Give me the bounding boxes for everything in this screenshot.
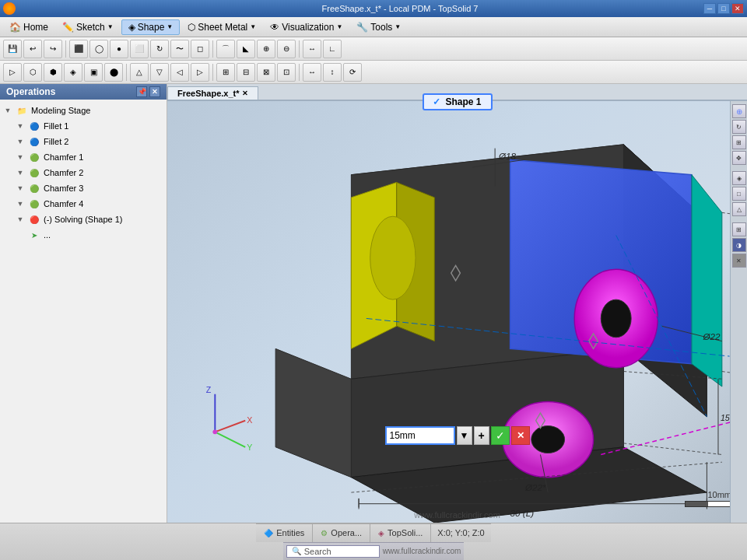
tree-item-label: ... bbox=[44, 230, 51, 240]
menu-sheetmetal[interactable]: ⬡ Sheet Metal ▼ bbox=[181, 20, 262, 34]
tb2-btn4[interactable]: ◈ bbox=[64, 63, 82, 82]
solving-icon: 🔴 bbox=[28, 213, 40, 226]
right-toolbar: ⊕ ↻ ⊞ ✥ ◈ □ △ ⊞ ◑ ✕ bbox=[730, 101, 747, 523]
svg-point-13 bbox=[601, 299, 631, 338]
folder-icon: 📁 bbox=[16, 104, 28, 117]
tree-item-label: Fillet 1 bbox=[44, 121, 68, 131]
rt-iso-button[interactable]: ◈ bbox=[732, 171, 746, 185]
tb2-btn8[interactable]: ▽ bbox=[150, 63, 169, 82]
tb2-btn9[interactable]: ◁ bbox=[170, 63, 189, 82]
tb2-btn2[interactable]: ⬡ bbox=[23, 63, 42, 82]
operations-title: Operations bbox=[6, 86, 55, 97]
operations-label: Opera... bbox=[331, 528, 362, 537]
status-center-text: www.fullcrackindir.com bbox=[383, 547, 461, 555]
tb2-btn13[interactable]: ⊠ bbox=[257, 63, 275, 82]
dimension-ok-button[interactable]: ✓ bbox=[491, 426, 510, 445]
tree-chamfer3[interactable]: ▼ 🟢 Chamfer 3 bbox=[0, 180, 167, 196]
tree-expander: ▼ bbox=[16, 152, 25, 162]
menu-shape[interactable]: ◈ Shape ▼ bbox=[121, 19, 181, 35]
bool-sub-button[interactable]: ⊖ bbox=[277, 40, 296, 58]
ops-pin-button[interactable]: 📌 bbox=[136, 86, 147, 97]
revolve-button[interactable]: ↻ bbox=[150, 40, 169, 58]
svg-text:Ø22: Ø22 bbox=[703, 331, 721, 341]
constraint-button[interactable]: ∟ bbox=[323, 40, 342, 58]
shell-button[interactable]: ◻ bbox=[191, 40, 209, 58]
tree-modeling-stage[interactable]: ▼ 📁 Modeling Stage bbox=[0, 103, 167, 118]
dimension-cancel-button[interactable]: ✕ bbox=[511, 426, 530, 445]
fillet-button[interactable]: ⌒ bbox=[216, 40, 235, 58]
extrude-button[interactable]: ⬜ bbox=[130, 40, 149, 58]
sphere-button[interactable]: ● bbox=[110, 40, 128, 58]
ops-close-button[interactable]: ✕ bbox=[149, 86, 160, 97]
tree-item-label: (-) Solving (Shape 1) bbox=[44, 215, 123, 224]
statusbar-operations-tab[interactable]: ⚙ Opera... bbox=[313, 524, 370, 542]
box-button[interactable]: ⬛ bbox=[69, 40, 88, 58]
bool-add-button[interactable]: ⊕ bbox=[257, 40, 275, 58]
redo-button[interactable]: ↪ bbox=[44, 40, 62, 58]
rt-top-button[interactable]: △ bbox=[732, 202, 746, 216]
tree-expander: ▼ bbox=[16, 215, 25, 224]
rt-orbit-button[interactable]: ↻ bbox=[732, 120, 746, 134]
tb2-btn17[interactable]: ⟳ bbox=[343, 63, 362, 82]
tb2-btn11[interactable]: ⊞ bbox=[216, 63, 235, 82]
tree-fillet2[interactable]: ▼ 🔵 Fillet 2 bbox=[0, 134, 167, 149]
maximize-button[interactable]: □ bbox=[717, 3, 730, 14]
operations-header: Operations 📌 ✕ bbox=[0, 84, 167, 100]
tree-chamfer1[interactable]: ▼ 🟢 Chamfer 1 bbox=[0, 149, 167, 165]
dimension-plus[interactable]: + bbox=[474, 426, 489, 445]
tree-chamfer2[interactable]: ▼ 🟢 Chamfer 2 bbox=[0, 165, 167, 180]
chamfer-button[interactable]: ◣ bbox=[237, 40, 255, 58]
minimize-button[interactable]: ─ bbox=[703, 3, 716, 14]
close-button[interactable]: ✕ bbox=[731, 3, 744, 14]
tb2-btn7[interactable]: △ bbox=[130, 63, 149, 82]
chamfer-icon: 🟢 bbox=[28, 166, 40, 179]
dimension-button[interactable]: ↔ bbox=[303, 40, 321, 58]
rt-nav-button[interactable]: ⊕ bbox=[732, 104, 746, 118]
input-dialog: ▼ + ✓ ✕ bbox=[385, 426, 530, 445]
dimension-input[interactable] bbox=[385, 426, 455, 445]
svg-line-47 bbox=[215, 432, 245, 446]
dimension-dropdown[interactable]: ▼ bbox=[457, 426, 472, 445]
3d-model: Ø18 Ø22 Ø22* 35 15 (L/2) bbox=[167, 84, 747, 523]
rt-pan-button[interactable]: ✥ bbox=[732, 151, 746, 165]
tree-solving[interactable]: ▼ 🔴 (-) Solving (Shape 1) bbox=[0, 212, 167, 227]
svg-text:Z: Z bbox=[206, 385, 212, 394]
svg-text:Y: Y bbox=[247, 443, 252, 452]
menu-visualization[interactable]: 👁 Visualization ▼ bbox=[264, 20, 349, 34]
rt-zoom-button[interactable]: ⊞ bbox=[732, 135, 746, 149]
tree-chamfer4[interactable]: ▼ 🟢 Chamfer 4 bbox=[0, 196, 167, 212]
tb2-btn5[interactable]: ▣ bbox=[84, 63, 103, 82]
tb2-btn3[interactable]: ⬢ bbox=[44, 63, 62, 82]
search-bar[interactable]: 🔍 Search bbox=[286, 545, 380, 558]
tb2-btn1[interactable]: ▷ bbox=[3, 63, 22, 82]
rt-front-button[interactable]: □ bbox=[732, 187, 746, 201]
rt-grid-button[interactable]: ⊞ bbox=[732, 222, 746, 236]
viewport[interactable]: FreeShape.x_t* ✕ ✓ Shape 1 bbox=[167, 84, 747, 523]
statusbar-topsolid-tab[interactable]: ◈ TopSoli... bbox=[370, 524, 431, 542]
save-button[interactable]: 💾 bbox=[3, 40, 22, 58]
tree-fillet1[interactable]: ▼ 🔵 Fillet 1 bbox=[0, 118, 167, 134]
menu-tools[interactable]: 🔧 Tools ▼ bbox=[350, 20, 407, 34]
tb2-btn10[interactable]: ▷ bbox=[191, 63, 209, 82]
svg-marker-5 bbox=[275, 348, 351, 477]
tb2-btn12[interactable]: ⊟ bbox=[237, 63, 255, 82]
tb2-btn14[interactable]: ⊡ bbox=[277, 63, 296, 82]
coordinates-display: X:0; Y:0; Z:0 bbox=[431, 528, 490, 537]
watermark: www.fullcrackindir.com bbox=[414, 510, 500, 520]
sweep-button[interactable]: 〜 bbox=[170, 40, 189, 58]
tree-more[interactable]: ➤ ... bbox=[0, 227, 167, 243]
menu-home[interactable]: 🏠 Home bbox=[3, 20, 54, 34]
menu-sketch[interactable]: ✏️ Sketch ▼ bbox=[56, 20, 120, 34]
tb2-btn15[interactable]: ↔ bbox=[303, 63, 321, 82]
rt-close-button[interactable]: ✕ bbox=[732, 254, 746, 268]
chamfer-icon: 🟢 bbox=[28, 198, 40, 210]
tb2-btn16[interactable]: ↕ bbox=[323, 63, 342, 82]
statusbar-entities-tab[interactable]: 🔷 Entities bbox=[256, 524, 313, 542]
cylinder-button[interactable]: ◯ bbox=[89, 40, 108, 58]
tree-item-label: Modeling Stage bbox=[31, 106, 90, 115]
tb2-btn6[interactable]: ⬤ bbox=[104, 63, 123, 82]
svg-text:X: X bbox=[247, 415, 252, 425]
undo-button[interactable]: ↩ bbox=[23, 40, 42, 58]
svg-line-45 bbox=[215, 421, 245, 432]
rt-render-button[interactable]: ◑ bbox=[732, 238, 746, 252]
